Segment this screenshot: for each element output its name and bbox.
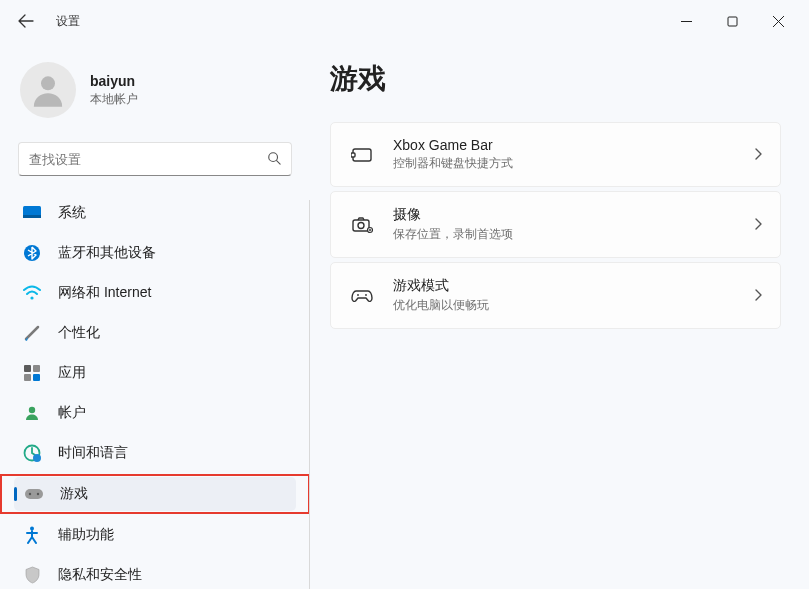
wifi-icon — [22, 283, 42, 303]
svg-rect-14 — [25, 489, 43, 499]
minimize-icon — [681, 16, 692, 27]
person-icon — [22, 403, 42, 423]
sidebar-item-network[interactable]: 网络和 Internet — [12, 274, 298, 312]
sidebar-item-bluetooth[interactable]: 蓝牙和其他设备 — [12, 234, 298, 272]
card-captures[interactable]: 摄像 保存位置，录制首选项 — [330, 191, 781, 258]
card-subtitle: 控制器和键盘快捷方式 — [393, 155, 754, 172]
close-icon — [773, 16, 784, 27]
sidebar-item-personalization[interactable]: 个性化 — [12, 314, 298, 352]
svg-point-2 — [269, 152, 278, 161]
sidebar-item-label: 个性化 — [58, 324, 100, 342]
user-account-type: 本地帐户 — [90, 91, 138, 108]
apps-icon — [22, 363, 42, 383]
highlight-box: 游戏 — [0, 474, 310, 514]
svg-rect-4 — [23, 215, 41, 218]
svg-rect-20 — [353, 220, 369, 231]
xbox-game-bar-icon — [349, 142, 375, 168]
card-body: Xbox Game Bar 控制器和键盘快捷方式 — [393, 137, 754, 172]
svg-rect-9 — [24, 374, 31, 381]
maximize-button[interactable] — [709, 5, 755, 37]
sidebar-item-label: 辅助功能 — [58, 526, 114, 544]
arrow-left-icon — [18, 13, 34, 29]
bluetooth-icon — [22, 243, 42, 263]
search-icon — [267, 151, 281, 168]
svg-point-6 — [30, 296, 33, 299]
chevron-right-icon — [754, 147, 762, 163]
card-game-mode[interactable]: 游戏模式 优化电脑以便畅玩 — [330, 262, 781, 329]
svg-point-15 — [29, 493, 31, 495]
svg-rect-10 — [33, 374, 40, 381]
sidebar-item-apps[interactable]: 应用 — [12, 354, 298, 392]
search-input[interactable] — [29, 152, 267, 167]
sidebar-item-accessibility[interactable]: 辅助功能 — [12, 516, 298, 554]
user-section[interactable]: baiyun 本地帐户 — [0, 50, 310, 138]
search-box[interactable] — [18, 142, 292, 176]
sidebar-item-time-language[interactable]: 时间和语言 — [12, 434, 298, 472]
accessibility-icon — [22, 525, 42, 545]
nav-list: 系统 蓝牙和其他设备 网络和 Internet 个性化 应用 帐户 — [0, 190, 310, 589]
svg-point-16 — [37, 493, 39, 495]
card-body: 摄像 保存位置，录制首选项 — [393, 206, 754, 243]
nav-divider — [309, 200, 310, 589]
user-info: baiyun 本地帐户 — [90, 73, 138, 108]
card-title: 摄像 — [393, 206, 754, 224]
sidebar-item-accounts[interactable]: 帐户 — [12, 394, 298, 432]
window-title: 设置 — [56, 13, 80, 30]
back-button[interactable] — [8, 3, 44, 39]
window-controls — [663, 5, 801, 37]
svg-point-1 — [41, 76, 55, 90]
svg-rect-19 — [351, 153, 355, 157]
svg-rect-0 — [728, 17, 737, 26]
sidebar-item-label: 帐户 — [58, 404, 86, 422]
svg-rect-8 — [33, 365, 40, 372]
svg-point-17 — [30, 527, 34, 531]
chevron-right-icon — [754, 217, 762, 233]
svg-point-23 — [357, 294, 359, 296]
controller-icon — [349, 283, 375, 309]
sidebar-item-privacy[interactable]: 隐私和安全性 — [12, 556, 298, 589]
svg-point-11 — [29, 407, 35, 413]
gamepad-icon — [24, 484, 44, 504]
sidebar-item-label: 应用 — [58, 364, 86, 382]
svg-point-21 — [358, 222, 364, 228]
clock-globe-icon — [22, 443, 42, 463]
sidebar-item-system[interactable]: 系统 — [12, 194, 298, 232]
camera-icon — [349, 212, 375, 238]
card-subtitle: 优化电脑以便畅玩 — [393, 297, 754, 314]
chevron-right-icon — [754, 288, 762, 304]
svg-point-13 — [33, 454, 41, 462]
card-body: 游戏模式 优化电脑以便畅玩 — [393, 277, 754, 314]
brush-icon — [22, 323, 42, 343]
sidebar-item-label: 系统 — [58, 204, 86, 222]
page-title: 游戏 — [330, 60, 781, 98]
main-content: 游戏 Xbox Game Bar 控制器和键盘快捷方式 摄像 保存位置，录制首选… — [310, 42, 809, 589]
sidebar-item-label: 隐私和安全性 — [58, 566, 142, 584]
minimize-button[interactable] — [663, 5, 709, 37]
user-icon — [28, 70, 68, 110]
titlebar: 设置 — [0, 0, 809, 42]
svg-point-24 — [365, 294, 367, 296]
card-title: 游戏模式 — [393, 277, 754, 295]
sidebar-item-label: 时间和语言 — [58, 444, 128, 462]
user-name: baiyun — [90, 73, 138, 89]
sidebar-item-label: 网络和 Internet — [58, 284, 151, 302]
card-subtitle: 保存位置，录制首选项 — [393, 226, 754, 243]
maximize-icon — [727, 16, 738, 27]
sidebar: baiyun 本地帐户 系统 蓝牙和其他设备 网络和 Internet — [0, 42, 310, 589]
svg-rect-18 — [353, 149, 371, 161]
display-icon — [22, 203, 42, 223]
sidebar-item-label: 蓝牙和其他设备 — [58, 244, 156, 262]
sidebar-item-label: 游戏 — [60, 485, 88, 503]
svg-rect-7 — [24, 365, 31, 372]
card-xbox-game-bar[interactable]: Xbox Game Bar 控制器和键盘快捷方式 — [330, 122, 781, 187]
shield-icon — [22, 565, 42, 585]
avatar — [20, 62, 76, 118]
card-title: Xbox Game Bar — [393, 137, 754, 153]
close-button[interactable] — [755, 5, 801, 37]
sidebar-item-gaming[interactable]: 游戏 — [14, 477, 296, 511]
